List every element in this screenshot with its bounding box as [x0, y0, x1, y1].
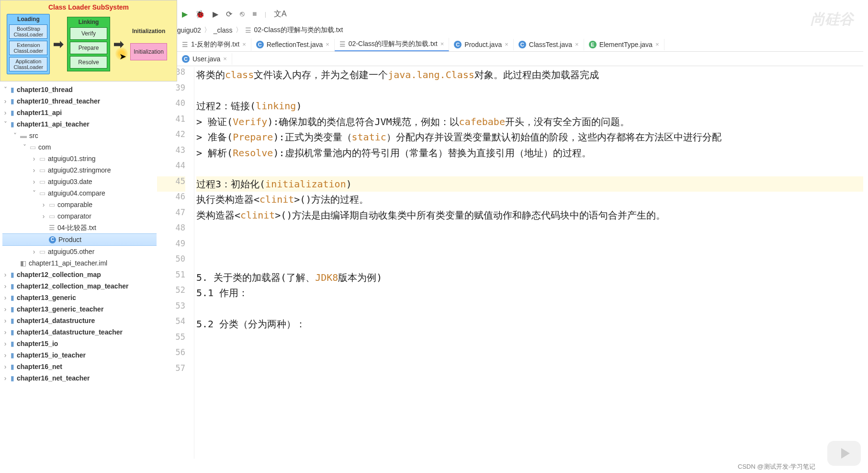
close-icon[interactable]: ×: [242, 41, 246, 48]
package-icon: ▭: [39, 246, 45, 257]
editor-tab[interactable]: C User.java ×: [177, 53, 232, 65]
close-icon[interactable]: ×: [223, 55, 227, 62]
close-icon[interactable]: ×: [655, 41, 659, 48]
line-number: 43: [157, 145, 185, 161]
tree-expand-icon[interactable]: ›: [31, 164, 37, 176]
tree-row[interactable]: ☰ 04-比较器.txt: [2, 222, 157, 233]
tree-row[interactable]: › ▮ chapter12_collection_map: [2, 269, 157, 280]
tree-row[interactable]: C Product: [2, 233, 157, 246]
code-line: 类构造器<clinit>()方法是由编译期自动收集类中所有类变量的赋值动作和静态…: [196, 208, 863, 223]
line-number: 40: [157, 98, 185, 114]
tree-expand-icon[interactable]: ›: [2, 280, 8, 292]
tree-row[interactable]: › ▮ chapter13_generic: [2, 292, 157, 303]
tree-expand-icon[interactable]: ›: [2, 361, 8, 372]
code-line: [196, 301, 863, 317]
tree-expand-icon[interactable]: ›: [2, 269, 8, 280]
tree-row[interactable]: › ▭ comparator: [2, 210, 157, 222]
translate-button[interactable]: 文A: [274, 9, 287, 19]
editor-tab[interactable]: C ReflectionTest.java ×: [251, 39, 335, 50]
application-classloader-box: Application ClassLoader: [9, 57, 47, 71]
tree-row[interactable]: › ▮ chapter12_collection_map_teacher: [2, 280, 157, 292]
run-coverage-button[interactable]: ▶: [213, 10, 218, 19]
tree-expand-icon[interactable]: ›: [31, 246, 37, 257]
tree-expand-icon[interactable]: ›: [31, 176, 37, 187]
package-icon: ▭: [39, 187, 45, 199]
tree-row[interactable]: › ▮ chapter10_thread_teacher: [2, 95, 157, 107]
module-icon: ▮: [11, 269, 14, 280]
module-icon: ▮: [11, 349, 14, 361]
editor-content[interactable]: 将类的class文件读入内存，并为之创建一个java.lang.Class对象。…: [196, 67, 863, 459]
tree-expand-icon[interactable]: ›: [41, 210, 46, 222]
code-line: > 准备(Prepare):正式为类变量（static）分配内存并设置类变量默认…: [196, 129, 863, 145]
tree-expand-icon[interactable]: ˅: [2, 118, 8, 130]
tree-expand-icon[interactable]: ›: [2, 315, 8, 326]
editor-tab[interactable]: C Product.java ×: [449, 39, 513, 50]
tab-label: Product.java: [464, 41, 502, 48]
tree-row[interactable]: › ▭ atguigu05.other: [2, 246, 157, 257]
stop-button[interactable]: ■: [252, 10, 257, 18]
editor-tab[interactable]: E ElementType.java ×: [584, 39, 665, 50]
tree-expand-icon[interactable]: ›: [2, 303, 8, 315]
tree-row[interactable]: › ▭ atguigu01.string: [2, 153, 157, 164]
breadcrumb-item[interactable]: 02-Class的理解与类的加载.txt: [254, 26, 343, 35]
tree-expand-icon[interactable]: ›: [2, 338, 8, 349]
text-file-icon: ☰: [245, 26, 251, 34]
code-line: 将类的class文件读入内存，并为之创建一个java.lang.Class对象。…: [196, 67, 863, 83]
close-icon[interactable]: ×: [440, 40, 444, 47]
tree-row[interactable]: ˅ ▭ com: [2, 141, 157, 153]
tree-row[interactable]: › ▮ chapter15_io_teacher: [2, 349, 157, 361]
tree-row[interactable]: › ▮ chapter15_io: [2, 338, 157, 349]
tree-row[interactable]: › ▮ chapter14_datastructure_teacher: [2, 326, 157, 338]
tree-expand-icon[interactable]: ˅: [2, 84, 8, 95]
attach-button[interactable]: ⎋: [240, 10, 245, 18]
tree-expand-icon[interactable]: ˅: [22, 141, 27, 153]
tree-expand-icon[interactable]: ›: [2, 107, 8, 118]
tree-label: chapter15_io: [17, 338, 58, 349]
breadcrumb-item[interactable]: guigu02: [177, 26, 201, 34]
tree-expand-icon[interactable]: ›: [31, 153, 37, 164]
code-line: [196, 83, 863, 99]
tree-expand-icon[interactable]: ˅: [12, 130, 18, 141]
tree-expand-icon[interactable]: ›: [2, 372, 8, 384]
code-line: [196, 223, 863, 239]
tree-label: chapter11_api: [17, 107, 62, 118]
debug-button[interactable]: 🐞: [195, 10, 205, 19]
close-icon[interactable]: ×: [575, 41, 579, 48]
tree-expand-icon[interactable]: ›: [2, 292, 8, 303]
chevron-right-icon: 〉: [204, 26, 211, 35]
tree-row[interactable]: › ▮ chapter13_generic_teacher: [2, 303, 157, 315]
tree-row[interactable]: ◧ chapter11_api_teacher.iml: [2, 257, 157, 269]
close-icon[interactable]: ×: [326, 41, 329, 48]
tree-expand-icon[interactable]: ›: [2, 349, 8, 361]
tree-expand-icon[interactable]: ›: [2, 95, 8, 107]
module-icon: ▮: [11, 315, 14, 326]
tree-row[interactable]: ˅ ▮ chapter11_api_teacher: [2, 118, 157, 130]
tree-expand-icon[interactable]: ›: [41, 199, 46, 210]
editor-tab[interactable]: ☰ 1-反射的举例.txt ×: [177, 38, 251, 51]
tree-row[interactable]: ˅ ▭ atguigu04.compare: [2, 187, 157, 199]
code-line: > 解析(Resolve):虚拟机常量池内的符号引用（常量名）替换为直接引用（地…: [196, 145, 863, 161]
tree-label: com: [38, 141, 51, 153]
tree-row[interactable]: › ▮ chapter16_net_teacher: [2, 372, 157, 384]
project-tree[interactable]: ˅ ▮ chapter10_thread › ▮ chapter10_threa…: [2, 84, 157, 473]
tree-expand-icon[interactable]: ˅: [31, 187, 37, 199]
tree-row[interactable]: › ▮ chapter14_datastructure: [2, 315, 157, 326]
close-icon[interactable]: ×: [505, 41, 508, 48]
tree-label: chapter13_generic_teacher: [17, 303, 103, 315]
tree-row[interactable]: › ▭ atguigu02.stringmore: [2, 164, 157, 176]
tree-row[interactable]: › ▮ chapter16_net: [2, 361, 157, 372]
tree-row[interactable]: › ▮ chapter11_api: [2, 107, 157, 118]
code-line: 过程3：初始化(initialization): [196, 176, 863, 192]
run-button[interactable]: ▶: [182, 10, 188, 19]
tree-row[interactable]: ˅ ▬ src: [2, 130, 157, 141]
code-line: 5.2 分类（分为两种）：: [196, 316, 863, 332]
editor-tab[interactable]: C ClassTest.java ×: [514, 39, 584, 50]
profile-button[interactable]: ⟳: [226, 10, 232, 19]
breadcrumb-item[interactable]: _class: [214, 26, 233, 34]
tree-row[interactable]: ˅ ▮ chapter10_thread: [2, 84, 157, 95]
tree-row[interactable]: › ▭ atguigu03.date: [2, 176, 157, 187]
linking-header: Linking: [79, 19, 99, 25]
editor-tab[interactable]: ☰ 02-Class的理解与类的加载.txt ×: [335, 38, 450, 51]
tree-expand-icon[interactable]: ›: [2, 326, 8, 338]
tree-row[interactable]: › ▭ comparable: [2, 199, 157, 210]
